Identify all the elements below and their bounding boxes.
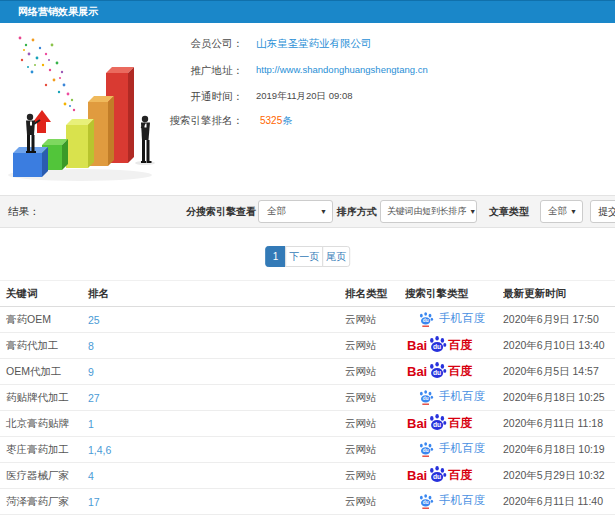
engine-filter-label: 分搜索引擎查看: [186, 196, 256, 227]
caret-down-icon: ▼: [469, 208, 476, 215]
svg-text:du: du: [433, 421, 441, 428]
engine-type-cell: du Bai du 百度: [405, 359, 503, 385]
rank-cell[interactable]: 1,4,6: [82, 437, 345, 463]
keyword-cell: 药贴牌代加工: [0, 385, 82, 411]
next-page-button[interactable]: 下一页: [285, 246, 323, 267]
result-label: 结果：: [8, 196, 40, 227]
rank-cell[interactable]: 9: [82, 359, 345, 385]
rank-type-cell: 云网站: [345, 307, 405, 333]
engine-select[interactable]: 全部▼: [258, 200, 333, 223]
rank-type-cell: 云网站: [345, 333, 405, 359]
engine-type-cell: du Bai du 百度: [405, 463, 503, 489]
baidu-logo: Bai du 百度: [407, 413, 472, 434]
table-row: 膏药OEM 25 云网站 du 手机百度: [0, 307, 615, 333]
baidu-paw-icon: du: [418, 441, 434, 457]
page-1-button[interactable]: 1: [265, 246, 287, 267]
col-keyword: 关键词: [0, 281, 82, 307]
baidu-paw-icon: du: [428, 361, 447, 380]
company-label: 会员公司：: [191, 37, 244, 51]
svg-text:du: du: [433, 473, 441, 480]
rank-cell[interactable]: 4: [82, 463, 345, 489]
updated-cell: 2020年6月11日 11:40: [503, 489, 615, 515]
baidu-paw-icon: du: [428, 335, 447, 354]
keyword-cell: 枣庄膏药加工: [0, 437, 82, 463]
mobile-baidu-logo: du 手机百度: [418, 441, 485, 457]
table-row: 菏泽膏药厂家 17 云网站 du 手机百度: [0, 489, 615, 515]
rank-type-cell: 云网站: [345, 463, 405, 489]
col-rank-type: 排名类型: [345, 281, 405, 307]
baidu-paw-icon: du: [428, 413, 447, 432]
submit-button[interactable]: 提交: [590, 200, 615, 223]
article-type-select[interactable]: 全部▼: [540, 200, 583, 223]
engine-type-cell: du Bai du 百度: [405, 411, 503, 437]
last-page-button[interactable]: 尾页: [322, 246, 350, 267]
filter-bar: 结果： 分搜索引擎查看 全部▼ 排序方式 关键词由短到长排序▼ 文章类型 全部▼…: [0, 195, 615, 228]
svg-text:du: du: [423, 318, 429, 323]
svg-text:du: du: [423, 396, 429, 401]
table-row: 膏药代加工 8 云网站 du Bai: [0, 333, 615, 359]
engine-type-cell: du 手机百度 du: [405, 489, 503, 515]
caret-down-icon: ▼: [320, 208, 327, 215]
keyword-cell: 医疗器械厂家: [0, 463, 82, 489]
keyword-cell: 膏药OEM: [0, 307, 82, 333]
sort-select[interactable]: 关键词由短到长排序▼: [380, 200, 477, 223]
updated-cell: 2020年6月18日 10:19: [503, 437, 615, 463]
rank-type-cell: 云网站: [345, 437, 405, 463]
company-link[interactable]: 山东皇圣堂药业有限公司: [256, 37, 372, 51]
marketing-chart-illustration: [2, 30, 162, 185]
rank-type-cell: 云网站: [345, 385, 405, 411]
rank-type-cell: 云网站: [345, 489, 405, 515]
table-row: 枣庄膏药加工 1,4,6 云网站 du 手机百度: [0, 437, 615, 463]
baidu-paw-icon: du: [418, 389, 434, 405]
title-bar: 网络营销效果展示: [0, 0, 615, 23]
updated-cell: 2020年6月5日 14:57: [503, 359, 615, 385]
pagination: 1 下一页 尾页: [265, 246, 351, 267]
open-time-value: 2019年11月20日 09:08: [256, 90, 352, 103]
baidu-paw-icon: du: [418, 493, 434, 509]
rank-cell[interactable]: 25: [82, 307, 345, 333]
info-row-open-time: 开通时间： 2019年11月20日 09:08: [0, 90, 615, 104]
updated-cell: 2020年6月10日 13:40: [503, 333, 615, 359]
baidu-logo: Bai du 百度: [407, 465, 472, 486]
mobile-baidu-logo: du 手机百度: [418, 493, 485, 509]
sort-filter-label: 排序方式: [337, 196, 377, 227]
svg-text:du: du: [433, 369, 441, 376]
rank-cell[interactable]: 1: [82, 411, 345, 437]
info-row-rank-count: 搜索引擎排名： 5325条: [0, 114, 615, 128]
engine-type-cell: du 手机百度 du: [405, 385, 503, 411]
rank-cell[interactable]: 27: [82, 385, 345, 411]
keyword-cell: OEM代加工: [0, 359, 82, 385]
col-engine-type: 搜索引擎类型: [405, 281, 503, 307]
promotion-url-link[interactable]: http://www.shandonghuangshengtang.cn: [256, 64, 428, 75]
svg-text:du: du: [433, 343, 441, 350]
page-title: 网络营销效果展示: [18, 1, 98, 23]
rank-count-label: 搜索引擎排名：: [170, 114, 244, 128]
rank-cell[interactable]: 8: [82, 333, 345, 359]
baidu-paw-icon: du: [428, 465, 447, 484]
keyword-cell: 北京膏药贴牌: [0, 411, 82, 437]
baidu-paw-icon: du: [418, 311, 434, 327]
rank-cell[interactable]: 17: [82, 489, 345, 515]
keyword-cell: 菏泽膏药厂家: [0, 489, 82, 515]
open-time-label: 开通时间：: [191, 90, 244, 104]
svg-text:du: du: [423, 448, 429, 453]
results-table: 关键词 排名 排名类型 搜索引擎类型 最新更新时间 膏药OEM 25 云网站: [0, 280, 615, 515]
info-row-url: 推广地址： http://www.shandonghuangshengtang.…: [0, 64, 615, 78]
table-row: 医疗器械厂家 4 云网站 du Bai: [0, 463, 615, 489]
svg-text:du: du: [423, 500, 429, 505]
updated-cell: 2020年6月18日 10:25: [503, 385, 615, 411]
rank-count-value: 5325条: [260, 114, 292, 128]
col-updated: 最新更新时间: [503, 281, 615, 307]
article-type-label: 文章类型: [489, 196, 529, 227]
keyword-cell: 膏药代加工: [0, 333, 82, 359]
engine-type-cell: du 手机百度 du: [405, 437, 503, 463]
baidu-logo: Bai du 百度: [407, 335, 472, 356]
engine-type-cell: du Bai du 百度: [405, 333, 503, 359]
caret-down-icon: ▼: [570, 208, 577, 215]
col-rank: 排名: [82, 281, 345, 307]
rank-type-cell: 云网站: [345, 359, 405, 385]
mobile-baidu-logo: du 手机百度: [418, 389, 485, 405]
table-row: 药贴牌代加工 27 云网站 du 手机百度: [0, 385, 615, 411]
updated-cell: 2020年5月29日 10:32: [503, 463, 615, 489]
table-header-row: 关键词 排名 排名类型 搜索引擎类型 最新更新时间: [0, 281, 615, 307]
